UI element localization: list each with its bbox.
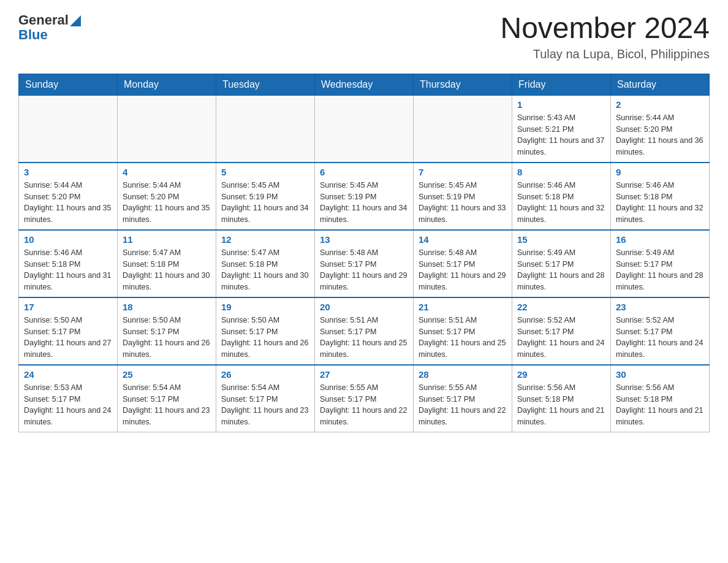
calendar-cell: 19 Sunrise: 5:50 AMSunset: 5:17 PMDaylig… bbox=[216, 297, 315, 365]
day-number: 10 bbox=[24, 234, 112, 245]
logo-blue-text: Blue bbox=[18, 27, 48, 43]
calendar-week-row: 1 Sunrise: 5:43 AMSunset: 5:21 PMDayligh… bbox=[19, 95, 710, 163]
day-number: 15 bbox=[517, 234, 605, 245]
day-number: 26 bbox=[221, 369, 309, 380]
calendar-cell: 27 Sunrise: 5:55 AMSunset: 5:17 PMDaylig… bbox=[315, 365, 414, 432]
calendar-table: SundayMondayTuesdayWednesdayThursdayFrid… bbox=[18, 74, 710, 432]
page-header: General Blue November 2024 Tulay na Lupa… bbox=[18, 12, 710, 61]
column-header-wednesday: Wednesday bbox=[315, 74, 414, 95]
day-info: Sunrise: 5:49 AMSunset: 5:17 PMDaylight:… bbox=[517, 248, 604, 291]
day-info: Sunrise: 5:47 AMSunset: 5:18 PMDaylight:… bbox=[221, 248, 308, 291]
calendar-cell: 20 Sunrise: 5:51 AMSunset: 5:17 PMDaylig… bbox=[315, 297, 414, 365]
day-number: 27 bbox=[320, 369, 408, 380]
day-info: Sunrise: 5:46 AMSunset: 5:18 PMDaylight:… bbox=[517, 181, 604, 224]
day-number: 29 bbox=[517, 369, 605, 380]
calendar-cell: 14 Sunrise: 5:48 AMSunset: 5:17 PMDaylig… bbox=[414, 230, 512, 297]
day-info: Sunrise: 5:44 AMSunset: 5:20 PMDaylight:… bbox=[24, 181, 111, 224]
calendar-cell: 29 Sunrise: 5:56 AMSunset: 5:18 PMDaylig… bbox=[512, 365, 611, 432]
day-info: Sunrise: 5:55 AMSunset: 5:17 PMDaylight:… bbox=[320, 383, 407, 426]
day-info: Sunrise: 5:50 AMSunset: 5:17 PMDaylight:… bbox=[24, 316, 111, 359]
day-number: 11 bbox=[123, 234, 211, 245]
day-info: Sunrise: 5:47 AMSunset: 5:18 PMDaylight:… bbox=[123, 248, 210, 291]
day-info: Sunrise: 5:48 AMSunset: 5:17 PMDaylight:… bbox=[419, 248, 506, 291]
calendar-header-row: SundayMondayTuesdayWednesdayThursdayFrid… bbox=[19, 74, 710, 95]
calendar-cell: 6 Sunrise: 5:45 AMSunset: 5:19 PMDayligh… bbox=[315, 163, 414, 230]
calendar-cell: 1 Sunrise: 5:43 AMSunset: 5:21 PMDayligh… bbox=[512, 95, 611, 163]
day-info: Sunrise: 5:56 AMSunset: 5:18 PMDaylight:… bbox=[616, 383, 703, 426]
calendar-cell: 11 Sunrise: 5:47 AMSunset: 5:18 PMDaylig… bbox=[118, 230, 216, 297]
calendar-cell: 26 Sunrise: 5:54 AMSunset: 5:17 PMDaylig… bbox=[216, 365, 315, 432]
column-header-friday: Friday bbox=[512, 74, 611, 95]
logo: General Blue bbox=[18, 12, 81, 43]
calendar-cell: 9 Sunrise: 5:46 AMSunset: 5:18 PMDayligh… bbox=[611, 163, 710, 230]
day-info: Sunrise: 5:50 AMSunset: 5:17 PMDaylight:… bbox=[123, 316, 210, 359]
column-header-sunday: Sunday bbox=[19, 74, 118, 95]
column-header-saturday: Saturday bbox=[611, 74, 710, 95]
day-info: Sunrise: 5:44 AMSunset: 5:20 PMDaylight:… bbox=[616, 113, 703, 156]
column-header-tuesday: Tuesday bbox=[216, 74, 315, 95]
day-number: 5 bbox=[221, 167, 309, 177]
day-info: Sunrise: 5:50 AMSunset: 5:17 PMDaylight:… bbox=[221, 316, 308, 359]
calendar-cell: 5 Sunrise: 5:45 AMSunset: 5:19 PMDayligh… bbox=[216, 163, 315, 230]
day-number: 2 bbox=[616, 99, 704, 110]
day-number: 7 bbox=[419, 167, 507, 177]
calendar-cell: 13 Sunrise: 5:48 AMSunset: 5:17 PMDaylig… bbox=[315, 230, 414, 297]
calendar-cell bbox=[315, 95, 414, 163]
calendar-cell: 23 Sunrise: 5:52 AMSunset: 5:17 PMDaylig… bbox=[611, 297, 710, 365]
calendar-cell bbox=[216, 95, 315, 163]
day-info: Sunrise: 5:48 AMSunset: 5:17 PMDaylight:… bbox=[320, 248, 407, 291]
day-number: 9 bbox=[616, 167, 704, 177]
calendar-cell: 4 Sunrise: 5:44 AMSunset: 5:20 PMDayligh… bbox=[118, 163, 216, 230]
title-section: November 2024 Tulay na Lupa, Bicol, Phil… bbox=[500, 12, 710, 61]
day-number: 21 bbox=[419, 302, 507, 312]
day-number: 30 bbox=[616, 369, 704, 380]
day-info: Sunrise: 5:43 AMSunset: 5:21 PMDaylight:… bbox=[517, 113, 604, 156]
calendar-cell: 21 Sunrise: 5:51 AMSunset: 5:17 PMDaylig… bbox=[414, 297, 512, 365]
calendar-cell: 28 Sunrise: 5:55 AMSunset: 5:17 PMDaylig… bbox=[414, 365, 512, 432]
day-info: Sunrise: 5:45 AMSunset: 5:19 PMDaylight:… bbox=[221, 181, 308, 224]
day-info: Sunrise: 5:56 AMSunset: 5:18 PMDaylight:… bbox=[517, 383, 604, 426]
calendar-week-row: 17 Sunrise: 5:50 AMSunset: 5:17 PMDaylig… bbox=[19, 297, 710, 365]
calendar-cell: 2 Sunrise: 5:44 AMSunset: 5:20 PMDayligh… bbox=[611, 95, 710, 163]
day-number: 23 bbox=[616, 302, 704, 312]
day-info: Sunrise: 5:54 AMSunset: 5:17 PMDaylight:… bbox=[123, 383, 210, 426]
day-number: 25 bbox=[123, 369, 211, 380]
column-header-thursday: Thursday bbox=[414, 74, 512, 95]
day-info: Sunrise: 5:51 AMSunset: 5:17 PMDaylight:… bbox=[320, 316, 407, 359]
logo-triangle-icon bbox=[70, 15, 81, 26]
location-subtitle: Tulay na Lupa, Bicol, Philippines bbox=[500, 47, 710, 61]
day-number: 19 bbox=[221, 302, 309, 312]
calendar-cell: 25 Sunrise: 5:54 AMSunset: 5:17 PMDaylig… bbox=[118, 365, 216, 432]
month-title: November 2024 bbox=[500, 12, 710, 45]
day-info: Sunrise: 5:45 AMSunset: 5:19 PMDaylight:… bbox=[419, 181, 506, 224]
calendar-cell bbox=[414, 95, 512, 163]
day-number: 1 bbox=[517, 99, 605, 110]
day-number: 28 bbox=[419, 369, 507, 380]
calendar-cell: 30 Sunrise: 5:56 AMSunset: 5:18 PMDaylig… bbox=[611, 365, 710, 432]
day-info: Sunrise: 5:49 AMSunset: 5:17 PMDaylight:… bbox=[616, 248, 703, 291]
calendar-cell: 8 Sunrise: 5:46 AMSunset: 5:18 PMDayligh… bbox=[512, 163, 611, 230]
calendar-cell: 17 Sunrise: 5:50 AMSunset: 5:17 PMDaylig… bbox=[19, 297, 118, 365]
calendar-cell: 18 Sunrise: 5:50 AMSunset: 5:17 PMDaylig… bbox=[118, 297, 216, 365]
day-number: 13 bbox=[320, 234, 408, 245]
day-number: 22 bbox=[517, 302, 605, 312]
day-info: Sunrise: 5:51 AMSunset: 5:17 PMDaylight:… bbox=[419, 316, 506, 359]
svg-marker-0 bbox=[70, 15, 81, 26]
calendar-week-row: 24 Sunrise: 5:53 AMSunset: 5:17 PMDaylig… bbox=[19, 365, 710, 432]
day-info: Sunrise: 5:53 AMSunset: 5:17 PMDaylight:… bbox=[24, 383, 111, 426]
day-number: 4 bbox=[123, 167, 211, 177]
day-info: Sunrise: 5:54 AMSunset: 5:17 PMDaylight:… bbox=[221, 383, 308, 426]
day-number: 18 bbox=[123, 302, 211, 312]
day-number: 16 bbox=[616, 234, 704, 245]
day-info: Sunrise: 5:52 AMSunset: 5:17 PMDaylight:… bbox=[616, 316, 703, 359]
calendar-cell: 16 Sunrise: 5:49 AMSunset: 5:17 PMDaylig… bbox=[611, 230, 710, 297]
day-info: Sunrise: 5:44 AMSunset: 5:20 PMDaylight:… bbox=[123, 181, 210, 224]
day-number: 12 bbox=[221, 234, 309, 245]
calendar-cell: 22 Sunrise: 5:52 AMSunset: 5:17 PMDaylig… bbox=[512, 297, 611, 365]
day-number: 3 bbox=[24, 167, 112, 177]
day-info: Sunrise: 5:46 AMSunset: 5:18 PMDaylight:… bbox=[616, 181, 703, 224]
day-number: 17 bbox=[24, 302, 112, 312]
calendar-cell: 7 Sunrise: 5:45 AMSunset: 5:19 PMDayligh… bbox=[414, 163, 512, 230]
day-number: 6 bbox=[320, 167, 408, 177]
calendar-cell bbox=[118, 95, 216, 163]
